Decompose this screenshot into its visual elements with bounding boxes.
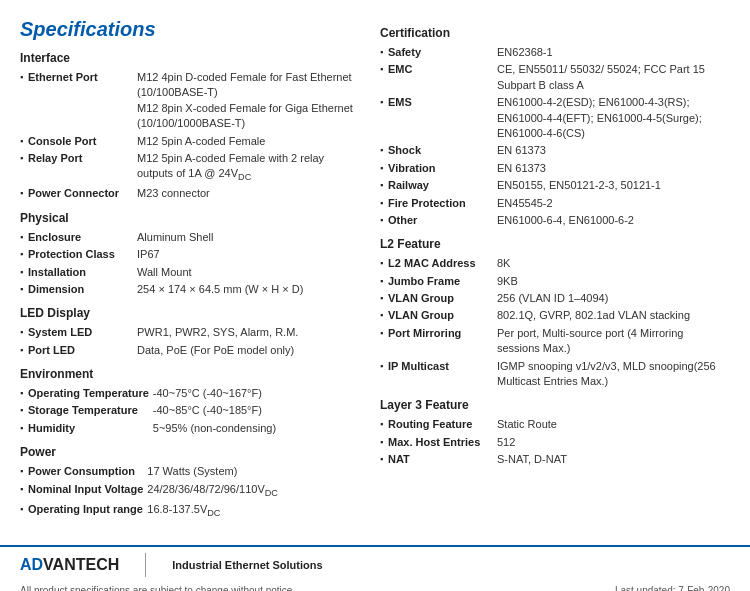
row-label: Storage Temperature bbox=[28, 404, 138, 416]
environment-title: Environment bbox=[20, 367, 360, 381]
row-value: EN 61373 bbox=[495, 142, 730, 159]
row-label: Relay Port bbox=[28, 152, 82, 164]
row-value: Wall Mount bbox=[135, 264, 360, 281]
row-label: Protection Class bbox=[28, 248, 115, 260]
row-value: M12 4pin D-coded Female for Fast Etherne… bbox=[135, 69, 360, 133]
row-value: Aluminum Shell bbox=[135, 229, 360, 246]
physical-table: Enclosure Aluminum Shell Protection Clas… bbox=[20, 229, 360, 299]
footer-tagline: Industrial Ethernet Solutions bbox=[172, 559, 322, 571]
table-row: Railway EN50155, EN50121-2-3, 50121-1 bbox=[380, 177, 730, 194]
row-value: M23 connector bbox=[135, 185, 360, 202]
table-row: Protection Class IP67 bbox=[20, 246, 360, 263]
row-label: L2 MAC Address bbox=[388, 257, 476, 269]
row-label: Nominal Input Voltage bbox=[28, 483, 143, 495]
row-value: IGMP snooping v1/v2/v3, MLD snooping(256… bbox=[495, 358, 730, 391]
row-label: Console Port bbox=[28, 135, 96, 147]
table-row: Ethernet Port M12 4pin D-coded Female fo… bbox=[20, 69, 360, 133]
table-row: Port Mirroring Per port, Multi-source po… bbox=[380, 325, 730, 358]
table-row: Other EN61000-6-4, EN61000-6-2 bbox=[380, 212, 730, 229]
row-label: IP Multicast bbox=[388, 360, 449, 372]
row-label: Max. Host Entries bbox=[388, 436, 480, 448]
table-row: Console Port M12 5pin A-coded Female bbox=[20, 133, 360, 150]
table-row: Installation Wall Mount bbox=[20, 264, 360, 281]
row-value: 5~95% (non-condensing) bbox=[151, 420, 360, 437]
table-row: Power Connector M23 connector bbox=[20, 185, 360, 202]
row-label: EMS bbox=[388, 96, 412, 108]
power-table: Power Consumption 17 Watts (System) Nomi… bbox=[20, 463, 360, 520]
left-column: Specifications Interface Ethernet Port M… bbox=[20, 18, 360, 525]
table-row: System LED PWR1, PWR2, SYS, Alarm, R.M. bbox=[20, 324, 360, 341]
table-row: Humidity 5~95% (non-condensing) bbox=[20, 420, 360, 437]
row-label: Other bbox=[388, 214, 417, 226]
table-row: Shock EN 61373 bbox=[380, 142, 730, 159]
certification-section: Certification Safety EN62368-1 EMC CE, E… bbox=[380, 26, 730, 229]
last-updated-text: Last updated: 7-Feb-2020 bbox=[615, 585, 730, 591]
row-label: Operating Input range bbox=[28, 503, 143, 515]
row-label: VLAN Group bbox=[388, 309, 454, 321]
row-label: Fire Protection bbox=[388, 197, 466, 209]
row-label: Safety bbox=[388, 46, 421, 58]
table-row: Relay Port M12 5pin A-coded Female with … bbox=[20, 150, 360, 185]
table-row: Jumbo Frame 9KB bbox=[380, 273, 730, 290]
environment-table: Operating Temperature -40~75°C (-40~167°… bbox=[20, 385, 360, 437]
page-title: Specifications bbox=[20, 18, 360, 41]
table-row: Storage Temperature -40~85°C (-40~185°F) bbox=[20, 402, 360, 419]
row-label: Power Connector bbox=[28, 187, 119, 199]
footer-brand: ADVANTECH Industrial Ethernet Solutions bbox=[20, 553, 323, 577]
table-row: NAT S-NAT, D-NAT bbox=[380, 451, 730, 468]
table-row: Safety EN62368-1 bbox=[380, 44, 730, 61]
row-value: CE, EN55011/ 55032/ 55024; FCC Part 15 S… bbox=[495, 61, 730, 94]
row-label: Jumbo Frame bbox=[388, 275, 460, 287]
row-label: Port Mirroring bbox=[388, 327, 461, 339]
table-row: IP Multicast IGMP snooping v1/v2/v3, MLD… bbox=[380, 358, 730, 391]
disclaimer-text: All product specifications are subject t… bbox=[20, 585, 295, 591]
row-label: NAT bbox=[388, 453, 410, 465]
row-value: M12 5pin A-coded Female with 2 relay out… bbox=[135, 150, 360, 185]
table-row: Routing Feature Static Route bbox=[380, 416, 730, 433]
row-label: Enclosure bbox=[28, 231, 81, 243]
row-label: Humidity bbox=[28, 422, 75, 434]
table-row: Vibration EN 61373 bbox=[380, 160, 730, 177]
row-value: EN61000-4-2(ESD); EN61000-4-3(RS); EN610… bbox=[495, 94, 730, 142]
main-content: Specifications Interface Ethernet Port M… bbox=[0, 0, 750, 535]
power-section: Power Power Consumption 17 Watts (System… bbox=[20, 445, 360, 520]
row-value: Data, PoE (For PoE model only) bbox=[135, 342, 360, 359]
row-label: Railway bbox=[388, 179, 429, 191]
table-row: Fire Protection EN45545-2 bbox=[380, 195, 730, 212]
row-label: Vibration bbox=[388, 162, 435, 174]
row-label: Routing Feature bbox=[388, 418, 472, 430]
row-label: Port LED bbox=[28, 344, 75, 356]
row-value: Per port, Multi-source port (4 Mirroring… bbox=[495, 325, 730, 358]
footer: ADVANTECH Industrial Ethernet Solutions bbox=[0, 545, 750, 583]
l2feature-title: L2 Feature bbox=[380, 237, 730, 251]
row-label: EMC bbox=[388, 63, 412, 75]
l2feature-section: L2 Feature L2 MAC Address 8K Jumbo Frame… bbox=[380, 237, 730, 390]
row-label: System LED bbox=[28, 326, 92, 338]
table-row: Power Consumption 17 Watts (System) bbox=[20, 463, 360, 480]
interface-table: Ethernet Port M12 4pin D-coded Female fo… bbox=[20, 69, 360, 203]
advantech-logo: ADVANTECH bbox=[20, 556, 119, 574]
table-row: VLAN Group 256 (VLAN ID 1–4094) bbox=[380, 290, 730, 307]
table-row: Enclosure Aluminum Shell bbox=[20, 229, 360, 246]
row-value: PWR1, PWR2, SYS, Alarm, R.M. bbox=[135, 324, 360, 341]
row-value: 16.8-137.5VDC bbox=[145, 501, 360, 521]
table-row: EMC CE, EN55011/ 55032/ 55024; FCC Part … bbox=[380, 61, 730, 94]
l2feature-table: L2 MAC Address 8K Jumbo Frame 9KB VLAN G… bbox=[380, 255, 730, 390]
row-value: 802.1Q, GVRP, 802.1ad VLAN stacking bbox=[495, 307, 730, 324]
logo-highlight: AD bbox=[20, 556, 43, 573]
row-value: Static Route bbox=[495, 416, 730, 433]
table-row: EMS EN61000-4-2(ESD); EN61000-4-3(RS); E… bbox=[380, 94, 730, 142]
environment-section: Environment Operating Temperature -40~75… bbox=[20, 367, 360, 437]
row-value: -40~85°C (-40~185°F) bbox=[151, 402, 360, 419]
led-table: System LED PWR1, PWR2, SYS, Alarm, R.M. … bbox=[20, 324, 360, 359]
row-label: Shock bbox=[388, 144, 421, 156]
table-row: Operating Input range 16.8-137.5VDC bbox=[20, 501, 360, 521]
row-label: Installation bbox=[28, 266, 86, 278]
row-value: 24/28/36/48/72/96/110VDC bbox=[145, 481, 360, 501]
row-label: Dimension bbox=[28, 283, 84, 295]
row-label: VLAN Group bbox=[388, 292, 454, 304]
table-row: L2 MAC Address 8K bbox=[380, 255, 730, 272]
table-row: Port LED Data, PoE (For PoE model only) bbox=[20, 342, 360, 359]
row-label: Operating Temperature bbox=[28, 387, 149, 399]
footer-bottom: All product specifications are subject t… bbox=[0, 583, 750, 591]
